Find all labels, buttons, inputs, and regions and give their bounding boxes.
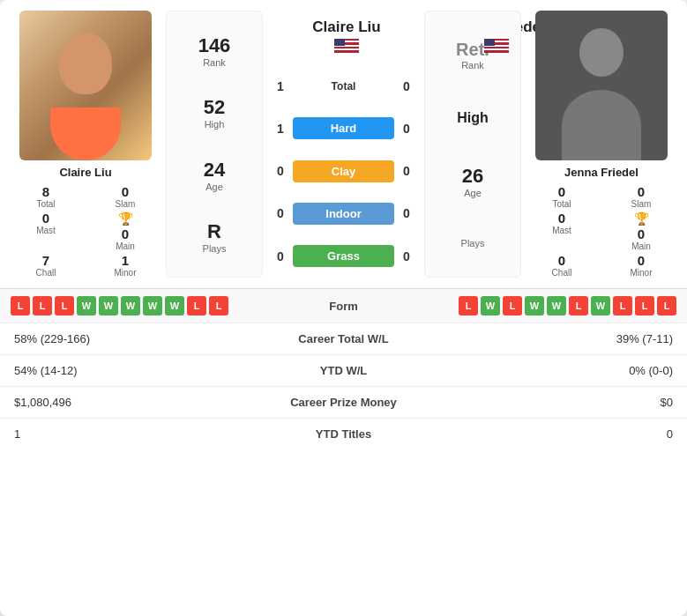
surface-clay: 0 Clay 0: [272, 158, 415, 185]
left-trophy-icon: 🏆: [118, 212, 133, 226]
right-stat-main: 🏆 0 Main: [606, 211, 676, 251]
left-stat-main: 🏆 0 Main: [90, 211, 161, 251]
form-badge-left: L: [55, 296, 74, 315]
form-badge-left: L: [33, 296, 52, 315]
stat-left-val: 54% (14-12): [0, 355, 229, 387]
form-section: LLLWWWWWLL Form LWLWWLWLLL: [0, 288, 687, 323]
stat-right-val: 0: [458, 419, 687, 450]
left-flag: [334, 39, 359, 53]
stat-right-val: $0: [458, 387, 687, 419]
form-badge-left: W: [165, 296, 184, 315]
left-rank-stat: 146 Rank: [198, 34, 231, 68]
stats-row: 54% (14-12) YTD W/L 0% (0-0): [0, 355, 687, 387]
hard-right-score: 0: [398, 122, 415, 136]
hard-left-score: 1: [272, 122, 289, 136]
right-plays-stat: Plays: [461, 238, 485, 249]
surface-total: 1 Total 0: [272, 73, 415, 100]
left-form-badges: LLLWWWWWLL: [11, 296, 300, 315]
stat-left-val: 1: [0, 419, 229, 450]
hard-badge: Hard: [293, 117, 394, 139]
left-stat-total: 8 Total: [11, 184, 81, 209]
right-stat-slam: 0 Slam: [606, 184, 676, 209]
stat-right-val: 0% (0-0): [458, 355, 687, 387]
stat-left-val: $1,080,496: [0, 387, 229, 419]
center-section: Claire Liu: [268, 11, 419, 278]
stat-left-val: 58% (229-166): [0, 323, 229, 355]
clay-right-score: 0: [398, 164, 415, 178]
grass-right-score: 0: [398, 249, 415, 263]
right-player-name: Jenna Friedel: [564, 166, 638, 179]
right-high-stat: High: [457, 110, 489, 126]
surface-hard: 1 Hard 0: [272, 115, 415, 142]
left-stat-minor: 1 Minor: [90, 253, 161, 278]
right-age-stat: 26 Age: [462, 165, 483, 198]
player-comparison-card: Claire Liu 8 Total 0 Slam 0 Mast 🏆 0 Ma: [0, 0, 687, 616]
left-stat-slam: 0 Slam: [90, 184, 161, 209]
form-badge-right: W: [481, 296, 500, 315]
stat-center-label: YTD Titles: [229, 419, 459, 450]
total-left-score: 1: [272, 79, 289, 93]
top-section: Claire Liu 8 Total 0 Slam 0 Mast 🏆 0 Ma: [0, 0, 687, 288]
right-stat-chall: 0 Chall: [526, 253, 597, 278]
stats-row: 58% (229-166) Career Total W/L 39% (7-11…: [0, 323, 687, 355]
form-badge-right: L: [569, 296, 588, 315]
left-stat-chall: 7 Chall: [11, 253, 81, 278]
right-stat-total: 0 Total: [526, 184, 597, 209]
left-high-stat: 52 High: [204, 96, 225, 130]
form-badge-left: W: [121, 296, 140, 315]
stat-center-label: Career Prize Money: [229, 387, 459, 419]
form-badge-left: L: [11, 296, 30, 315]
grass-badge: Grass: [293, 245, 394, 267]
surface-grass: 0 Grass 0: [272, 242, 415, 270]
right-flag: [484, 39, 509, 53]
right-player-stats: 0 Total 0 Slam 0 Mast 🏆 0 Main 0: [526, 184, 676, 278]
indoor-left-score: 0: [272, 206, 289, 220]
left-plays-stat: R Plays: [203, 220, 227, 254]
player-left: Claire Liu 8 Total 0 Slam 0 Mast 🏆 0 Ma: [11, 11, 161, 278]
player-right: Jenna Friedel 0 Total 0 Slam 0 Mast 🏆 0: [526, 11, 676, 278]
right-stat-mast: 0 Mast: [526, 211, 597, 251]
left-main-name: Claire Liu: [272, 19, 422, 36]
surface-indoor: 0 Indoor 0: [272, 200, 415, 227]
left-player-stats: 8 Total 0 Slam 0 Mast 🏆 0 Main 7: [11, 184, 161, 278]
stat-center-label: Career Total W/L: [229, 323, 459, 355]
left-player-photo: [19, 11, 152, 160]
left-player-name: Claire Liu: [59, 166, 111, 179]
form-badge-left: W: [77, 296, 96, 315]
form-badge-right: L: [657, 296, 676, 315]
form-badge-right: L: [503, 296, 522, 315]
stats-row: 1 YTD Titles 0: [0, 419, 687, 450]
form-badge-left: L: [187, 296, 206, 315]
form-badge-right: W: [525, 296, 544, 315]
form-badge-right: L: [613, 296, 632, 315]
clay-left-score: 0: [272, 164, 289, 178]
form-badge-right: W: [591, 296, 610, 315]
total-right-score: 0: [398, 79, 415, 93]
clay-badge: Clay: [293, 160, 394, 182]
stat-center-label: YTD W/L: [229, 355, 459, 387]
form-badge-left: L: [209, 296, 228, 315]
indoor-right-score: 0: [398, 206, 415, 220]
indoor-badge: Indoor: [293, 203, 394, 225]
stats-row: $1,080,496 Career Prize Money $0: [0, 387, 687, 419]
right-stat-minor: 0 Minor: [606, 253, 676, 278]
form-badge-left: W: [143, 296, 162, 315]
left-age-stat: 24 Age: [204, 159, 225, 192]
total-badge: Total: [293, 76, 394, 97]
middle-stats: 146 Rank 52 High 24 Age R Plays: [166, 11, 263, 278]
stat-right-val: 39% (7-11): [458, 323, 687, 355]
right-form-badges: LWLWWLWLLL: [388, 296, 677, 315]
form-label: Form: [300, 300, 388, 313]
form-badge-right: L: [459, 296, 478, 315]
right-trophy-icon: 🏆: [634, 212, 649, 226]
form-badge-right: W: [547, 296, 566, 315]
form-badge-left: W: [99, 296, 118, 315]
left-stat-mast: 0 Mast: [11, 211, 81, 251]
grass-left-score: 0: [272, 249, 289, 263]
stats-table: 58% (229-166) Career Total W/L 39% (7-11…: [0, 323, 687, 449]
right-player-photo: [535, 11, 668, 160]
form-badge-right: L: [635, 296, 654, 315]
